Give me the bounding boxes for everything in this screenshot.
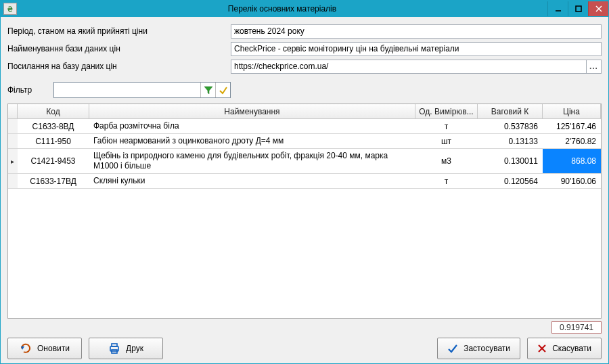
cell-price: 125'167.46 (543, 119, 601, 133)
filter-label: Фільтр (7, 85, 53, 95)
grid-header: Код Найменування Од. Вимірюв... Ваговий … (8, 104, 601, 119)
period-input[interactable] (231, 24, 602, 39)
header-indicator (8, 104, 18, 118)
check-icon (447, 343, 458, 354)
cell-price: 868.08 (543, 149, 601, 173)
svg-rect-1 (576, 6, 581, 12)
cancel-label: Скасувати (552, 344, 591, 353)
table-row[interactable]: С111-950Габіон неармований з оцинкованог… (8, 134, 601, 149)
cancel-button[interactable]: Скасувати (527, 338, 602, 359)
cell-name: Щебінь із природного каменю для будівель… (89, 149, 415, 173)
cell-name: Фарба розміточна біла (89, 119, 415, 133)
cell-unit: т (415, 174, 478, 188)
svg-marker-4 (204, 87, 212, 94)
cell-unit: т (415, 119, 478, 133)
link-input[interactable] (231, 60, 586, 74)
app-icon: ₴ (3, 3, 17, 15)
refresh-label: Оновити (37, 344, 70, 353)
cell-weight: 0.130011 (478, 149, 543, 173)
svg-rect-7 (112, 344, 117, 346)
maximize-button[interactable] (568, 1, 588, 16)
header-price[interactable]: Ціна (543, 104, 601, 118)
refresh-icon (20, 342, 32, 355)
row-indicator (8, 119, 18, 133)
table-row[interactable]: С1633-8ВДФарба розміточна білат0.5378361… (8, 119, 601, 134)
link-browse-button[interactable]: ... (586, 60, 602, 74)
header-code[interactable]: Код (18, 104, 89, 118)
filter-clear-button[interactable] (215, 83, 230, 97)
cell-unit: шт (415, 134, 478, 148)
cell-weight: 0.537836 (478, 119, 543, 133)
period-label: Період, станом на який прийняті ціни (7, 26, 231, 36)
printer-icon (108, 342, 120, 355)
dbname-input[interactable] (231, 42, 602, 56)
header-name[interactable]: Найменування (89, 104, 415, 118)
apply-label: Застосувати (464, 344, 510, 353)
minimize-button[interactable] (547, 1, 568, 16)
header-unit[interactable]: Од. Вимірюв... (415, 104, 478, 118)
header-weight[interactable]: Ваговий К (478, 104, 543, 118)
link-label: Посилання на базу даних цін (7, 62, 231, 71)
print-label: Друк (126, 344, 143, 353)
cell-code: С1633-8ВД (18, 119, 89, 133)
row-indicator (8, 134, 18, 148)
cell-code: С1421-9453 (18, 149, 89, 173)
filter-apply-button[interactable] (200, 83, 215, 97)
row-indicator (8, 174, 18, 188)
check-icon (219, 85, 228, 95)
refresh-button[interactable]: Оновити (7, 338, 82, 359)
cell-unit: м3 (415, 149, 478, 173)
grid-body: С1633-8ВДФарба розміточна білат0.5378361… (8, 119, 601, 318)
cell-weight: 0.120564 (478, 174, 543, 188)
print-button[interactable]: Друк (89, 338, 163, 359)
footer-total-row: 0.919741 (7, 321, 602, 334)
cell-price: 90'160.06 (543, 174, 601, 188)
total-value: 0.919741 (551, 321, 602, 334)
cell-weight: 0.13133 (478, 134, 543, 148)
button-bar: Оновити Друк Застосувати Скасувати (7, 338, 602, 359)
cross-icon (537, 344, 547, 353)
content-area: Період, станом на який прийняті ціни Най… (1, 17, 608, 363)
close-button[interactable] (588, 1, 608, 16)
apply-button[interactable]: Застосувати (437, 338, 520, 359)
table-row[interactable]: С1421-9453Щебінь із природного каменю дл… (8, 149, 601, 174)
cell-name: Скляні кульки (89, 174, 415, 188)
funnel-icon (204, 85, 213, 95)
window-title: Перелік основних матеріалів (17, 4, 547, 14)
materials-grid: Код Найменування Од. Вимірюв... Ваговий … (7, 104, 602, 319)
table-row[interactable]: С1633-17ВДСкляні кулькит0.12056490'160.0… (8, 174, 601, 189)
cell-code: С1633-17ВД (18, 174, 89, 188)
cell-name: Габіон неармований з оцинкованого дроту … (89, 134, 415, 148)
cell-code: С111-950 (18, 134, 89, 148)
cell-price: 2'760.82 (543, 134, 601, 148)
dbname-label: Найменування бази даних цін (7, 44, 231, 53)
filter-input[interactable] (54, 83, 200, 97)
app-window: ₴ Перелік основних матеріалів Період, ст… (0, 0, 609, 364)
row-indicator (8, 149, 18, 173)
titlebar: ₴ Перелік основних матеріалів (1, 1, 608, 17)
